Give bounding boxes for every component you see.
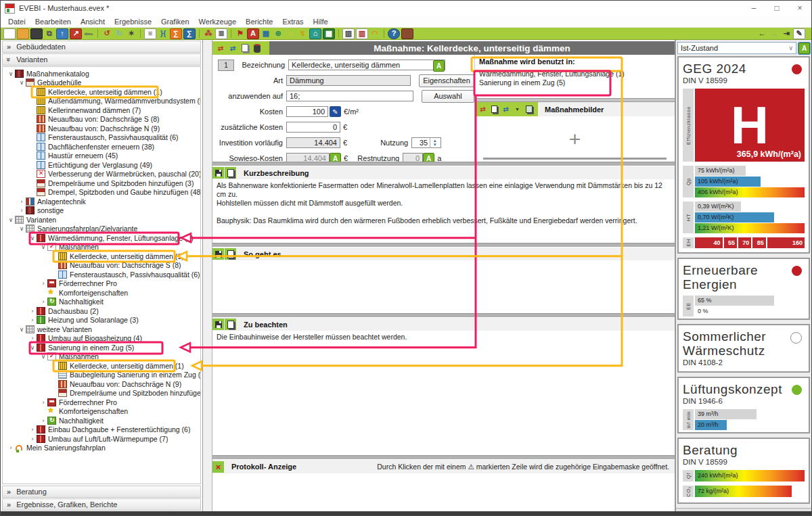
expander-closed-icon[interactable]: › [39,298,47,305]
auto-badge[interactable]: A [798,43,810,54]
calc-warning-icon[interactable]: ▥ [356,28,368,39]
remove-measure-icon[interactable]: ⇄ [227,43,238,53]
copy-text-icon[interactable] [225,167,236,179]
kosten-input[interactable]: 100 [286,106,328,117]
tree-item[interactable]: ›Anlagentechnik [3,197,200,206]
tree-item[interactable]: ›Umbau auf Luft/Luft-Wärmepumpe (7) [3,434,200,444]
expander-closed-icon[interactable]: › [28,308,37,314]
remove-image-icon[interactable]: ⇄ [501,105,511,114]
menu-item-bearbeiten[interactable]: Bearbeiten [30,18,76,26]
wizard-icon[interactable]: ✶ [126,29,137,39]
expander-closed-icon[interactable]: › [18,198,26,205]
protocol-list-icon[interactable]: ≣ [215,28,227,39]
tree-item[interactable]: Komforteigenschaften [3,407,200,417]
tree-item[interactable]: Kellerdecke, unterseitig dämmen (1) [3,252,200,261]
anzuwenden-input[interactable]: 16; [286,91,413,101]
export-icon[interactable]: ↗ [70,28,82,39]
tree-item[interactable]: ∨Sanierung in einem Zug (5) [3,343,200,352]
tree-item[interactable]: Verbesserung der Wärmebrücken, pauschal … [3,170,200,179]
tree-item[interactable]: Drempelräume und Spitzboden hinzufügen (… [3,179,200,188]
curve-icon[interactable]: ◠ [369,29,380,39]
zusatzkosten-input[interactable]: 0 [286,122,340,133]
bilder-scrollbar[interactable] [483,158,667,160]
eigenschaften-button[interactable]: Eigenschaften [419,74,474,87]
expander-open-icon[interactable]: ∨ [18,225,26,232]
expander-closed-icon[interactable]: › [28,316,37,323]
energy-icon[interactable]: ↯ [297,29,308,39]
sum-blue-icon[interactable]: ∑ [183,28,196,39]
tree-item[interactable]: ›Mein Sanierungsfahrplan [3,444,200,453]
globe-icon[interactable]: ⊕ [273,29,284,39]
exit-door-icon[interactable] [401,28,413,39]
save-icon[interactable] [212,167,224,179]
tree-scrollbar[interactable] [203,40,212,511]
add-image-icon[interactable]: ⇄ [478,105,488,114]
hierarchy-icon[interactable]: ⁂ [203,29,214,39]
back-arrow-icon[interactable]: ← [757,29,767,39]
copy-icon[interactable]: ⧉ [44,29,55,39]
calc-report-icon[interactable]: ▥ [342,28,355,39]
house-energy-icon[interactable]: ⌂ [309,28,321,39]
export-image-icon[interactable] [524,105,534,114]
tree-item[interactable]: Neuaufbau von: Dachschräge N (9) [3,379,200,389]
tree-item[interactable]: Neuaufbau von: Dachschräge S (8) [3,261,200,271]
tree-item[interactable]: Fensteraustausch, Passivhausqualität (6) [3,133,200,143]
panel-header-beratung[interactable]: » Beratung [2,486,201,498]
art-input[interactable]: Dämmung [286,75,411,86]
ht-icon[interactable]: }{ [158,29,168,39]
panel-header-ergebnisse[interactable]: » Ergebnisse, Grafiken, Berichte [2,498,201,511]
tree-item[interactable]: ∨Sanierungsfahrplan/Zielvariante [3,225,200,234]
used-in-item[interactable]: Sanierung in einem Zug (5) [479,78,671,87]
protokoll-close-icon[interactable]: × [212,461,224,473]
maximize-button[interactable]: □ [765,1,788,16]
bezeichnung-input[interactable]: Kellerdecke, unterseitig dämmen A [288,60,445,70]
expander-open-icon[interactable]: ∨ [18,326,26,333]
menu-item-hilfe[interactable]: Hilfe [309,18,333,26]
tree-item[interactable]: Ertüchtigung der Verglasung (49) [3,160,200,170]
expander-closed-icon[interactable]: › [28,335,37,342]
tree-item[interactable]: ›Förderrechner Pro [3,398,200,407]
panel-header-gebaeudedaten[interactable]: » Gebäudedaten [2,41,201,53]
menu-item-berichte[interactable]: Berichte [241,18,277,26]
tree-item[interactable]: Dachflächenfenster erneuern (38) [3,142,200,151]
save-icon[interactable] [30,28,43,39]
spreadsheet-icon[interactable]: ▦ [323,28,335,39]
marker-icon[interactable]: ⚑ [235,29,246,39]
bilder-area[interactable]: + [475,116,675,162]
tree-item[interactable]: Haustür erneuern (45) [3,151,200,161]
tree-item[interactable]: Neuaufbau von: Dachschräge S (8) [3,115,200,124]
save-icon[interactable] [212,248,224,260]
tree-item[interactable]: ∨Wärmedämmung, Fenster, Lüftungsanlage (… [3,233,200,243]
panel-header-varianten[interactable]: » Varianten [2,53,201,66]
copy-measure-icon[interactable] [240,43,250,53]
menu-item-ergebnisse[interactable]: Ergebnisse [110,18,156,26]
used-in-item[interactable]: Wärmedämmung, Fenster, Lüftungsanlage (1… [479,70,671,78]
tree-item[interactable]: Kellerdecke, unterseitig dämmen (1) [3,361,200,371]
tree-item[interactable]: Kellerinnenwand dämmen (7) [3,105,200,115]
menu-item-grafiken[interactable]: Grafiken [156,18,194,26]
help-icon[interactable]: ? [388,28,400,39]
expander-closed-icon[interactable]: › [28,426,37,433]
a-box-icon[interactable]: A [247,28,259,39]
zubeachten-text[interactable]: Die Einbauhinweise der Hersteller müssen… [212,331,675,455]
undo-icon[interactable]: ↺ [102,29,112,39]
report-icon[interactable]: ≡ [144,28,156,39]
tree-item[interactable]: Fensteraustausch, Passivhausqualität (6) [3,270,200,279]
minimize-button[interactable]: – [742,1,765,16]
tree-item[interactable]: ∨Maßnahmenkatalog [3,69,200,78]
copy-text-icon[interactable] [225,248,236,260]
new-file-icon[interactable] [3,28,16,39]
forward-arrow-icon[interactable]: → [769,29,780,39]
menu-item-datei[interactable]: Datei [3,18,30,26]
expander-closed-icon[interactable]: › [39,280,47,287]
edit-pencil-icon[interactable]: ✎ [330,106,341,117]
expander-closed-icon[interactable]: › [39,417,47,424]
tree-item[interactable]: ›Nachhaltigkeit [3,416,200,425]
paste-image-icon[interactable] [489,105,499,114]
tree-item[interactable]: ›Nachhaltigkeit [3,298,200,307]
redo-icon[interactable]: ↻ [114,29,125,39]
tree-item[interactable]: Kellerdecke, unterseitig dämmen (1) [3,87,200,97]
expander-open-icon[interactable]: ∨ [39,353,47,360]
expander-open-icon[interactable]: ∨ [18,79,26,86]
tree-item[interactable]: Komforteigenschaften [3,288,200,298]
